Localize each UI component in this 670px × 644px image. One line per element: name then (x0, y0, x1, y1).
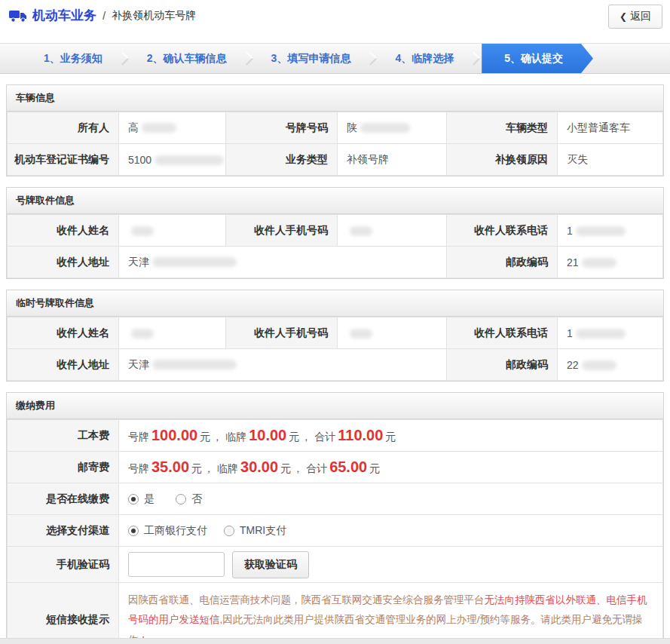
postcode-value: 22 (558, 349, 663, 381)
recipient-address-value: 天津 (119, 247, 447, 278)
postage-fee-value: 号牌35.00元，临牌30.00元，合计65.00元 (119, 452, 663, 483)
redacted-text (360, 123, 410, 133)
step-item-confirm-vehicle[interactable]: 2、确认车辆信息 (129, 44, 245, 73)
redacted-text (582, 360, 616, 370)
vehicle-type-value: 小型普通客车 (558, 112, 663, 144)
plate-no-label: 号牌号码 (226, 112, 338, 144)
redacted-text (131, 226, 154, 236)
recipient-name-label: 收件人姓名 (8, 317, 119, 349)
section-title: 车辆信息 (7, 85, 663, 112)
back-chevron-icon: ❮ (620, 11, 627, 22)
section-plate-pickup: 号牌取件信息 收件人姓名 收件人手机号码 收件人联系电话 1 收件人地址 天津 … (6, 187, 664, 279)
recipient-phone-value: 1 (558, 317, 663, 349)
biz-type-label: 业务类型 (226, 144, 338, 176)
page: 机动车业务 / 补换领机动车号牌 ❮ 返回 1、业务须知 2、确认车辆信息 3、… (0, 0, 670, 644)
table-row: 工本费 号牌100.00元，临牌10.00元，合计110.00元 (8, 420, 663, 452)
sms-code-cell: 获取验证码 (119, 547, 663, 583)
bottom-strip (0, 638, 670, 644)
section-title: 缴纳费用 (7, 393, 663, 419)
recipient-name-label: 收件人姓名 (8, 215, 119, 247)
section-vehicle-info: 车辆信息 所有人 高 号牌号码 陕 车辆类型 小型普通客车 机动车登记证书编号 … (6, 84, 664, 176)
radio-unselected-icon (224, 526, 234, 536)
recipient-address-label: 收件人地址 (8, 349, 119, 381)
redacted-text (576, 226, 626, 236)
truck-icon (9, 10, 27, 23)
radio-pay-tmri[interactable]: TMRI支付 (224, 524, 286, 538)
reg-cert-label: 机动车登记证书编号 (8, 144, 119, 176)
get-code-button[interactable]: 获取验证码 (232, 551, 309, 578)
back-button-label: 返回 (630, 10, 651, 23)
redacted-text (131, 329, 154, 339)
section-fees: 缴纳费用 工本费 号牌100.00元，临牌10.00元，合计110.00元 邮寄… (6, 392, 664, 644)
step-item-business-notice[interactable]: 1、业务须知 (26, 44, 121, 73)
radio-pay-icbc[interactable]: 工商银行支付 (128, 524, 207, 538)
page-title: 机动车业务 (32, 7, 96, 24)
recipient-mobile-value (338, 317, 447, 349)
table-row: 是否在线缴费 是 否 (8, 483, 663, 515)
step-item-confirm-submit[interactable]: 5、确认提交 (482, 44, 593, 73)
recipient-mobile-label: 收件人手机号码 (226, 215, 338, 247)
breadcrumb-separator: / (102, 9, 106, 22)
redacted-text (154, 155, 224, 165)
plate-no-value: 陕 (338, 112, 447, 144)
step-bar: 1、业务须知 2、确认车辆信息 3、填写申请信息 4、临牌选择 5、确认提交 (0, 43, 670, 74)
postcode-label: 邮政编码 (447, 247, 558, 278)
owner-label: 所有人 (8, 112, 119, 144)
reason-value: 灭失 (558, 144, 663, 176)
table-row: 邮寄费 号牌35.00元，临牌30.00元，合计65.00元 (8, 452, 663, 483)
sms-code-label: 手机验证码 (8, 547, 119, 583)
production-fee-value: 号牌100.00元，临牌10.00元，合计110.00元 (119, 420, 663, 452)
table-row: 短信接收提示 因陕西省联通、电信运营商技术问题，陕西省互联网交通安全综合服务管理… (8, 583, 663, 644)
redacted-text (152, 360, 237, 370)
table-row: 所有人 高 号牌号码 陕 车辆类型 小型普通客车 (8, 112, 663, 144)
redacted-text (576, 329, 626, 339)
online-payment-label: 是否在线缴费 (8, 483, 119, 515)
owner-value: 高 (119, 112, 226, 144)
radio-online-pay-no[interactable]: 否 (176, 492, 202, 506)
recipient-phone-value: 1 (558, 215, 663, 247)
postcode-value: 21 (558, 247, 663, 278)
recipient-address-value: 天津 (119, 349, 447, 381)
topbar: 机动车业务 / 补换领机动车号牌 ❮ 返回 (0, 0, 670, 33)
radio-selected-icon (128, 494, 139, 504)
sms-code-input[interactable] (128, 552, 225, 577)
production-fee-label: 工本费 (8, 420, 119, 452)
step-item-fill-application[interactable]: 3、填写申请信息 (253, 44, 369, 73)
recipient-mobile-label: 收件人手机号码 (226, 317, 338, 349)
back-button[interactable]: ❮ 返回 (608, 5, 662, 29)
section-title: 号牌取件信息 (7, 188, 663, 214)
pay-channel-label: 选择支付渠道 (8, 515, 119, 547)
radio-online-pay-yes[interactable]: 是 (128, 492, 154, 506)
table-row: 收件人地址 天津 邮政编码 21 (8, 247, 663, 278)
redacted-text (350, 226, 372, 236)
recipient-phone-label: 收件人联系电话 (447, 317, 558, 349)
sms-notice-label: 短信接收提示 (8, 583, 119, 644)
section-temp-plate-pickup: 临时号牌取件信息 收件人姓名 收件人手机号码 收件人联系电话 1 收件人地址 天… (6, 290, 664, 382)
redacted-text (350, 329, 372, 339)
section-title: 临时号牌取件信息 (7, 290, 663, 317)
breadcrumb: 机动车业务 / 补换领机动车号牌 (9, 7, 661, 24)
recipient-name-value (119, 317, 226, 349)
reg-cert-value: 5100 (119, 144, 226, 176)
table-row: 收件人姓名 收件人手机号码 收件人联系电话 1 (8, 215, 663, 247)
radio-selected-icon (128, 526, 139, 536)
table-row: 手机验证码 获取验证码 (8, 547, 663, 583)
recipient-name-value (119, 215, 226, 247)
recipient-address-label: 收件人地址 (8, 247, 119, 278)
reason-label: 补换领原因 (447, 144, 558, 176)
recipient-phone-label: 收件人联系电话 (447, 215, 558, 247)
vehicle-type-label: 车辆类型 (447, 112, 558, 144)
recipient-mobile-value (338, 215, 447, 247)
table-row: 收件人姓名 收件人手机号码 收件人联系电话 1 (8, 317, 663, 349)
redacted-text (142, 123, 176, 133)
pay-channel-options: 工商银行支付 TMRI支付 (119, 515, 663, 547)
step-item-temp-plate[interactable]: 4、临牌选择 (377, 44, 472, 73)
page-subtitle: 补换领机动车号牌 (112, 9, 196, 23)
radio-unselected-icon (176, 494, 186, 504)
biz-type-value: 补领号牌 (338, 144, 447, 176)
sms-notice-text: 因陕西省联通、电信运营商技术问题，陕西省互联网交通安全综合服务管理平台无法向持陕… (119, 583, 663, 644)
online-payment-options: 是 否 (119, 483, 663, 515)
postcode-label: 邮政编码 (447, 349, 558, 381)
redacted-text (582, 258, 616, 268)
postage-fee-label: 邮寄费 (8, 452, 119, 483)
